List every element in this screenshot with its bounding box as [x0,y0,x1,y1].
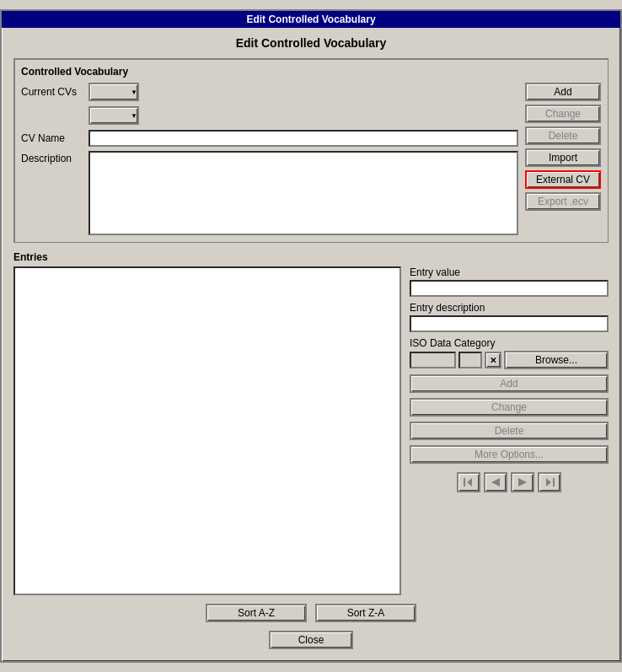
change-entry-button[interactable]: Change [410,398,609,417]
add-cv-button[interactable]: Add [525,83,601,101]
current-cvs-row: Current CVs ▼ [21,83,518,101]
cv-name-label: CV Name [21,132,88,144]
svg-marker-3 [518,478,527,487]
export-ecv-button[interactable]: Export .ecv [525,192,601,211]
delete-cv-button[interactable]: Delete [525,126,601,145]
first-icon [463,476,475,488]
current-cvs-dropdown[interactable] [88,83,139,101]
import-cv-button[interactable]: Import [525,148,601,167]
entry-description-label: Entry description [410,302,609,314]
more-options-button[interactable]: More Options... [410,445,609,464]
svg-marker-2 [491,478,500,487]
cv-section-label: Controlled Vocabulary [21,66,601,78]
entries-section-label: Entries [13,251,609,263]
second-dropdown-row: ▼ [21,106,518,125]
cv-right-buttons: Add Change Delete Import External CV Exp… [525,83,601,211]
page-title: Edit Controlled Vocabulary [13,36,609,50]
close-row: Close [13,631,609,649]
entries-layout: Entry value Entry description ISO Data C… [13,266,609,595]
entries-section: Entries Entry value Entry description [13,251,609,595]
sort-row: Sort A-Z Sort Z-A [13,604,609,622]
first-entry-button[interactable] [457,472,480,492]
entry-value-input[interactable] [410,280,609,297]
cv-name-row: CV Name [21,130,518,147]
title-bar-text: Edit Controlled Vocabulary [246,13,375,25]
next-icon [517,476,528,488]
nav-buttons [410,472,609,492]
prev-icon [490,476,501,488]
current-cvs-dropdown-wrapper[interactable]: ▼ [88,83,139,101]
second-dropdown-wrapper[interactable]: ▼ [88,106,139,125]
cv-description-input[interactable] [88,151,518,235]
sort-za-button[interactable]: Sort Z-A [315,604,416,622]
last-entry-button[interactable] [538,472,561,492]
iso-field-2 [458,352,482,368]
svg-marker-1 [467,478,472,487]
entry-value-label: Entry value [410,266,609,278]
last-icon [544,476,555,488]
iso-data-category-group: ISO Data Category ✕ Browse... [410,337,609,369]
svg-marker-5 [546,478,551,487]
cv-description-label: Description [21,151,88,164]
entry-description-group: Entry description [410,302,609,332]
title-bar: Edit Controlled Vocabulary [2,11,620,28]
cv-left-panel: Current CVs ▼ ▼ [21,83,518,235]
cv-name-input[interactable] [88,130,518,147]
iso-field-1 [410,352,456,368]
current-cvs-label: Current CVs [21,86,88,98]
external-cv-button[interactable]: External CV [525,170,601,189]
close-button[interactable]: Close [269,631,353,649]
second-dropdown[interactable] [88,106,139,125]
entries-right-panel: Entry value Entry description ISO Data C… [410,266,609,595]
entries-list[interactable] [13,266,401,595]
change-cv-button[interactable]: Change [525,105,601,123]
delete-entry-button[interactable]: Delete [410,422,609,440]
main-window: Edit Controlled Vocabulary Edit Controll… [0,9,622,663]
iso-clear-button[interactable]: ✕ [485,352,501,368]
next-entry-button[interactable] [511,472,534,492]
add-entry-button[interactable]: Add [410,374,609,393]
browse-button[interactable]: Browse... [504,351,609,369]
svg-rect-0 [464,478,465,487]
prev-entry-button[interactable] [484,472,507,492]
sort-az-button[interactable]: Sort A-Z [206,604,307,622]
entry-description-input[interactable] [410,315,609,332]
iso-row: ✕ Browse... [410,351,609,369]
iso-data-category-label: ISO Data Category [410,337,609,349]
cv-description-row: Description [21,151,518,235]
entry-value-group: Entry value [410,266,609,297]
cv-controls-row: Current CVs ▼ ▼ [21,83,601,235]
controlled-vocabulary-section: Controlled Vocabulary Current CVs ▼ [13,58,609,243]
svg-rect-4 [553,478,555,487]
